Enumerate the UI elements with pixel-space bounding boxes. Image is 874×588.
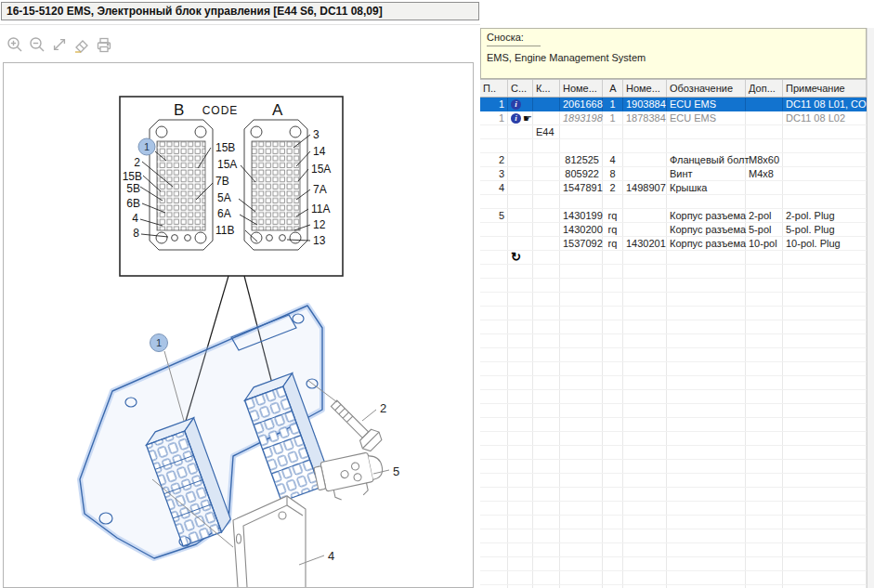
table-row-empty[interactable] [480,279,867,293]
column-header[interactable]: С... [508,80,533,97]
cell-dop [746,529,783,542]
table-row[interactable]: 51430199rqКорпус разъема2-pol2-pol. Plug [480,209,867,223]
cell-name [667,293,746,306]
table-row-empty[interactable] [480,488,867,502]
cell-name [667,125,746,138]
cell-icons [508,279,533,292]
cell-k [533,446,560,459]
column-header[interactable]: Доп... [746,80,783,97]
callout-2[interactable]: 2 [380,401,386,415]
column-header[interactable]: Номе... [560,80,603,97]
table-row[interactable]: 28125254Фланцевый болтM8x60 [480,153,867,167]
cell-name [667,543,746,556]
cell-num1 [560,529,603,542]
column-header[interactable]: Примечание [783,80,867,97]
cell-k [533,571,560,584]
table-row-empty[interactable] [480,557,867,571]
callout-4[interactable]: 4 [328,549,334,563]
table-row-empty[interactable] [480,460,867,474]
cell-note: DC11 08 L02 [783,111,867,124]
table-row-empty[interactable] [480,390,867,404]
table-row[interactable]: E44 [480,125,867,139]
print-icon[interactable] [94,34,114,55]
column-header[interactable]: Обозначение [667,80,746,97]
cell-num1 [560,502,603,515]
info-icon[interactable]: i [511,99,521,110]
cell-note [783,348,867,361]
cell-k [533,334,560,347]
table-row[interactable]: 4154789121498907Крышка [480,181,867,195]
cell-k [533,223,560,236]
cell-num1 [560,265,603,278]
cell-dop: 2-pol [746,209,783,222]
cell-name [667,432,746,445]
table-row-empty[interactable] [480,543,867,557]
cell-dop [746,125,783,138]
cell-note [783,474,867,487]
table-row-empty[interactable] [480,320,867,334]
table-row-empty[interactable] [480,265,867,279]
column-header[interactable]: Номе... [623,80,667,97]
parts-table: П..С...К...Номе...AНоме...ОбозначениеДоп… [480,79,867,588]
table-row[interactable] [480,139,867,153]
cell-k [533,139,560,152]
column-header[interactable]: П.. [480,80,508,97]
header-separator [0,24,480,25]
cycle-icon[interactable]: ↻ [511,250,521,264]
cell-k [533,167,560,180]
table-row-empty[interactable] [480,571,867,585]
cell-name [667,446,746,459]
drawing-area[interactable]: B CODE A [3,62,474,588]
cell-a: 1 [603,111,623,124]
pin-label: 12 [313,218,326,231]
cell-num1: 805922 [560,167,603,180]
eraser-icon[interactable] [72,34,92,55]
hand-icon[interactable]: ☛ [523,112,532,124]
callout-5[interactable]: 5 [393,464,399,478]
cell-dop [746,181,783,194]
column-header[interactable]: A [603,80,623,97]
table-row[interactable]: ↻ [480,251,867,265]
table-row-empty[interactable] [480,293,867,307]
fit-window-icon[interactable] [49,34,70,55]
cell-num1 [560,432,603,445]
table-row[interactable]: 1537092rq1430201Корпус разъема10-pol10-p… [480,237,867,251]
cell-pos [480,195,508,208]
table-row[interactable]: 1i☛189319811878384ECU EMSDC11 08 L02 [480,111,867,125]
table-row-empty[interactable] [480,348,867,362]
cell-note [783,251,867,264]
table-row-empty[interactable] [480,362,867,376]
pin-label: 4 [132,212,138,225]
table-row[interactable]: 38059228ВинтM4x8 [480,167,867,181]
table-row-empty[interactable] [480,334,867,348]
table-row-empty[interactable] [480,432,867,446]
cell-icons [508,223,533,236]
table-row[interactable] [480,195,867,209]
zoom-in-icon[interactable] [5,34,25,55]
table-row[interactable]: 1i206166811903884ECU EMSDC11 08 L01, COO… [480,98,867,111]
info-icon[interactable]: i [511,113,521,124]
cell-icons [508,432,533,445]
cell-dop [746,293,783,306]
column-header[interactable]: К... [533,80,560,97]
table-row-empty[interactable] [480,529,867,543]
table-row-empty[interactable] [480,404,867,418]
cell-num1 [560,334,603,347]
table-row-empty[interactable] [480,307,867,320]
table-row-empty[interactable] [480,502,867,516]
cell-k [533,376,560,389]
cell-k [533,348,560,361]
zoom-out-icon[interactable] [27,34,47,55]
cell-num1 [560,488,603,501]
table-row-empty[interactable] [480,418,867,432]
vertical-scrollbar[interactable] [867,28,874,588]
cell-note [783,557,867,570]
table-row-empty[interactable] [480,474,867,488]
ecu-callout-1[interactable]: 1 [150,334,168,352]
cell-num1 [560,516,603,529]
pin-badge-1[interactable]: 1 [138,138,155,155]
table-row-empty[interactable] [480,376,867,390]
table-row-empty[interactable] [480,516,867,529]
table-row[interactable]: 1430200rqКорпус разъема5-pol5-pol. Plug [480,223,867,237]
table-row-empty[interactable] [480,446,867,460]
